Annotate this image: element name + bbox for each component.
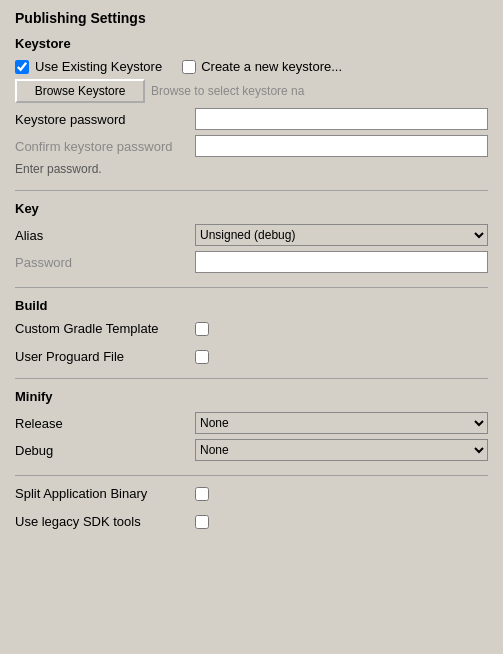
divider-2: [15, 287, 488, 288]
legacy-sdk-checkbox[interactable]: [195, 515, 209, 529]
page-title: Publishing Settings: [15, 10, 488, 26]
keystore-password-label: Keystore password: [15, 112, 195, 127]
key-password-label: Password: [15, 255, 195, 270]
alias-select[interactable]: Unsigned (debug) Release key: [195, 224, 488, 246]
spacer-1: [15, 341, 488, 349]
split-binary-checkbox[interactable]: [195, 487, 209, 501]
spacer-2: [15, 506, 488, 514]
footer-section: Split Application Binary Use legacy SDK …: [15, 486, 488, 529]
keystore-hint-text: Enter password.: [15, 162, 488, 176]
divider-1: [15, 190, 488, 191]
minify-release-row: Release None: [15, 412, 488, 434]
split-binary-row: Split Application Binary: [15, 486, 488, 501]
custom-gradle-row: Custom Gradle Template: [15, 321, 488, 336]
build-section: Build Custom Gradle Template User Progua…: [15, 298, 488, 364]
browse-keystore-row: Browse Keystore Browse to select keystor…: [15, 79, 488, 103]
divider-3: [15, 378, 488, 379]
minify-debug-select[interactable]: None: [195, 439, 488, 461]
key-password-input[interactable]: [195, 251, 488, 273]
browse-keystore-button[interactable]: Browse Keystore: [15, 79, 145, 103]
key-heading: Key: [15, 201, 488, 216]
alias-select-wrapper: Unsigned (debug) Release key: [195, 224, 488, 246]
keystore-section: Keystore Use Existing Keystore Create a …: [15, 36, 488, 176]
alias-label: Alias: [15, 228, 195, 243]
keystore-heading: Keystore: [15, 36, 488, 51]
confirm-password-label: Confirm keystore password: [15, 139, 195, 154]
legacy-sdk-label: Use legacy SDK tools: [15, 514, 195, 529]
user-proguard-label: User Proguard File: [15, 349, 195, 364]
key-password-row: Password: [15, 251, 488, 273]
keystore-password-row: Keystore password: [15, 108, 488, 130]
key-section: Key Alias Unsigned (debug) Release key P…: [15, 201, 488, 273]
use-existing-checkbox[interactable]: [15, 60, 29, 74]
confirm-password-input[interactable]: [195, 135, 488, 157]
user-proguard-checkbox[interactable]: [195, 350, 209, 364]
browse-hint-text: Browse to select keystore na: [151, 84, 488, 98]
use-existing-label: Use Existing Keystore: [35, 59, 162, 74]
legacy-sdk-row: Use legacy SDK tools: [15, 514, 488, 529]
create-new-label: Create a new keystore...: [201, 59, 342, 74]
user-proguard-row: User Proguard File: [15, 349, 488, 364]
minify-section: Minify Release None Debug None: [15, 389, 488, 461]
alias-row: Alias Unsigned (debug) Release key: [15, 224, 488, 246]
create-new-checkbox[interactable]: [182, 60, 196, 74]
minify-release-label: Release: [15, 416, 195, 431]
minify-debug-label: Debug: [15, 443, 195, 458]
keystore-options-row: Use Existing Keystore Create a new keyst…: [15, 59, 488, 74]
minify-debug-row: Debug None: [15, 439, 488, 461]
keystore-password-input[interactable]: [195, 108, 488, 130]
split-binary-label: Split Application Binary: [15, 486, 195, 501]
page-container: Publishing Settings Keystore Use Existin…: [0, 0, 503, 654]
build-heading: Build: [15, 298, 488, 313]
confirm-keystore-password-row: Confirm keystore password: [15, 135, 488, 157]
custom-gradle-checkbox[interactable]: [195, 322, 209, 336]
minify-release-select[interactable]: None: [195, 412, 488, 434]
minify-heading: Minify: [15, 389, 488, 404]
custom-gradle-label: Custom Gradle Template: [15, 321, 195, 336]
divider-4: [15, 475, 488, 476]
